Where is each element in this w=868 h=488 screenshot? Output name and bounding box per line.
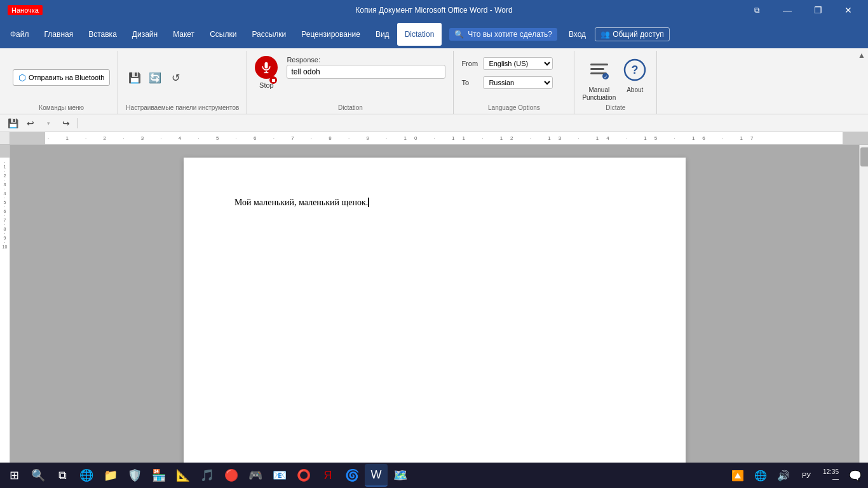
bluetooth-button[interactable]: ⬡ Отправить на Bluetooth — [13, 69, 110, 86]
commands-group-label: Команды меню — [13, 102, 110, 111]
dictation-group-label: Dictation — [255, 102, 445, 111]
document-page[interactable]: Мой маленький, маленький щенок. — [184, 158, 686, 475]
response-input[interactable] — [287, 65, 445, 79]
response-label: Response: — [287, 56, 445, 64]
media-btn[interactable]: 🎵 — [196, 464, 219, 487]
app2-btn[interactable]: 🎮 — [244, 464, 267, 487]
bluetooth-label: Отправить на Bluetooth — [29, 74, 104, 81]
ribbon-group-toolbar: 💾 🔄 ↺ Настраиваемые панели инструментов — [118, 51, 247, 114]
menu-item-view[interactable]: Вид — [368, 23, 397, 46]
mail-btn[interactable]: 📧 — [268, 464, 291, 487]
qt-separator — [78, 118, 78, 128]
qt-save-btn[interactable]: 💾 — [5, 116, 20, 131]
word-btn[interactable]: W — [365, 464, 388, 487]
document-content: Мой маленький, маленький щенок. — [234, 198, 368, 207]
toolbar-icon-1[interactable]: 💾 — [126, 69, 144, 86]
opera-btn[interactable]: ⭕ — [292, 464, 315, 487]
menu-item-insert[interactable]: Вставка — [81, 23, 125, 46]
sign-in-btn[interactable]: Вход — [565, 29, 590, 40]
yandex-btn[interactable]: Я — [316, 464, 339, 487]
manual-punctuation-icon: ✓ — [585, 56, 613, 84]
start-btn[interactable]: ⊞ — [3, 464, 25, 487]
from-row: From English (US) English (UK) French Ge… — [461, 57, 553, 70]
to-row: To Russian English (US) French German Sp… — [461, 76, 553, 89]
to-label: To — [461, 79, 479, 86]
ru-lang-icon[interactable]: РУ — [796, 465, 817, 485]
to-language-select[interactable]: Russian English (US) French German Spani… — [483, 76, 553, 89]
from-language-select[interactable]: English (US) English (UK) French German … — [483, 57, 553, 70]
date-display: — — [832, 475, 839, 482]
toolbar-icon-3[interactable]: ↺ — [166, 69, 184, 86]
menu-item-file[interactable]: Файл — [3, 23, 37, 46]
taskbar-right: 🔼 🌐 🔊 РУ 12:35 — 🗨️ — [728, 465, 865, 485]
about-btn[interactable]: ? About — [621, 56, 649, 93]
svg-rect-4 — [590, 68, 604, 70]
network-icon[interactable]: 🌐 — [750, 465, 771, 485]
auth-buttons: Вход 👥 Общий доступ — [565, 27, 670, 41]
ribbon-collapse-btn[interactable]: ▲ — [858, 51, 865, 60]
menu-item-home[interactable]: Главная — [37, 23, 81, 46]
restore-tile-btn[interactable]: ⧉ — [742, 0, 771, 20]
stop-section: Stop — [255, 56, 278, 89]
volume-icon[interactable]: 🔊 — [773, 465, 794, 485]
notification-icon[interactable]: 🔼 — [728, 465, 748, 485]
title-bar-title: Копия Документ Microsoft Office Word - W… — [355, 6, 512, 15]
manual-punctuation-btn[interactable]: ✓ ManualPunctuation — [582, 56, 616, 102]
response-section: Response: — [287, 56, 445, 79]
search-icon: 🔍 — [454, 30, 464, 39]
menu-item-review[interactable]: Рецензирование — [294, 23, 368, 46]
stop-button[interactable] — [255, 56, 278, 79]
qt-redo-btn[interactable]: ↪ — [58, 116, 74, 131]
share-icon: 👥 — [600, 30, 610, 39]
horizontal-ruler: · 1 · 2 · 3 · 4 · 5 · 6 · 7 · 8 · 9 · 10… — [10, 132, 868, 145]
about-icon: ? — [621, 56, 649, 84]
explorer-btn[interactable]: 📁 — [99, 464, 122, 487]
menu-bar: Файл Главная Вставка Дизайн Макет Ссылки… — [0, 20, 868, 48]
quick-toolbar: 💾 ↩ ▾ ↪ — [0, 114, 868, 132]
toolbar-icon-2[interactable]: 🔄 — [146, 69, 164, 86]
menu-item-dictation[interactable]: Dictation — [397, 23, 442, 46]
app1-btn[interactable]: 🔴 — [220, 464, 243, 487]
toolbar-group-label: Настраиваемые панели инструментов — [126, 102, 239, 111]
svg-rect-0 — [265, 62, 268, 69]
taskbar: ⊞ 🔍 ⧉ 🌐 📁 🛡️ 🏪 📐 🎵 🔴 🎮 📧 ⭕ Я 🌀 W 🗺️ 🔼 🌐 … — [0, 463, 868, 488]
edge-btn[interactable]: 🌐 — [75, 464, 98, 487]
svg-rect-3 — [590, 64, 608, 65]
search-btn[interactable]: 🔍 — [27, 464, 50, 487]
v-ruler-top — [0, 145, 10, 158]
tools-btn[interactable]: 📐 — [172, 464, 194, 487]
close-btn[interactable]: ✕ — [834, 0, 863, 20]
ribbon-group-dictate: ✓ ManualPunctuation ? About Dictate — [574, 51, 657, 114]
ribbon-group-language: From English (US) English (UK) French Ge… — [454, 51, 574, 114]
qt-undo-btn[interactable]: ↩ — [23, 116, 38, 131]
ribbon-group-dictation: Stop Response: Dictation — [247, 51, 454, 114]
search-box[interactable]: 🔍 Что вы хотите сделать? — [449, 28, 557, 41]
notifications-btn[interactable]: 🗨️ — [845, 465, 865, 485]
system-time[interactable]: 12:35 — — [819, 468, 843, 482]
vertical-ruler: · 1·2· 3·4· 5·6· 7·8· 9·10 — [0, 145, 10, 488]
dictate-group-label: Dictate — [582, 102, 649, 111]
menu-item-mailings[interactable]: Рассылки — [244, 23, 294, 46]
search-text: Что вы хотите сделать? — [468, 30, 552, 39]
corner-label: Наночка — [8, 5, 43, 15]
restore-btn[interactable]: ❐ — [803, 0, 832, 20]
language-group-label: Language Options — [461, 102, 566, 111]
page-text[interactable]: Мой маленький, маленький щенок. — [234, 196, 635, 209]
toolbar-icons: 💾 🔄 ↺ — [126, 69, 184, 86]
menu-item-layout[interactable]: Макет — [165, 23, 202, 46]
vertical-scrollbar[interactable] — [859, 145, 868, 488]
maps-btn[interactable]: 🗺️ — [389, 464, 412, 487]
ruler-area: · 1 · 2 · 3 · 4 · 5 · 6 · 7 · 8 · 9 · 10… — [0, 132, 868, 145]
from-label: From — [461, 60, 479, 67]
menu-item-design[interactable]: Дизайн — [125, 23, 165, 46]
minimize-btn[interactable]: — — [773, 0, 802, 20]
menu-item-references[interactable]: Ссылки — [202, 23, 244, 46]
document-canvas[interactable]: Мой маленький, маленький щенок. — [10, 145, 859, 488]
title-bar: Наночка Копия Документ Microsoft Office … — [0, 0, 868, 20]
qt-undo-dropdown[interactable]: ▾ — [41, 116, 56, 131]
store-btn[interactable]: 🏪 — [147, 464, 170, 487]
chrome-btn[interactable]: 🌀 — [341, 464, 363, 487]
taskview-btn[interactable]: ⧉ — [51, 464, 74, 487]
security-btn[interactable]: 🛡️ — [123, 464, 146, 487]
share-btn[interactable]: 👥 Общий доступ — [595, 27, 670, 41]
